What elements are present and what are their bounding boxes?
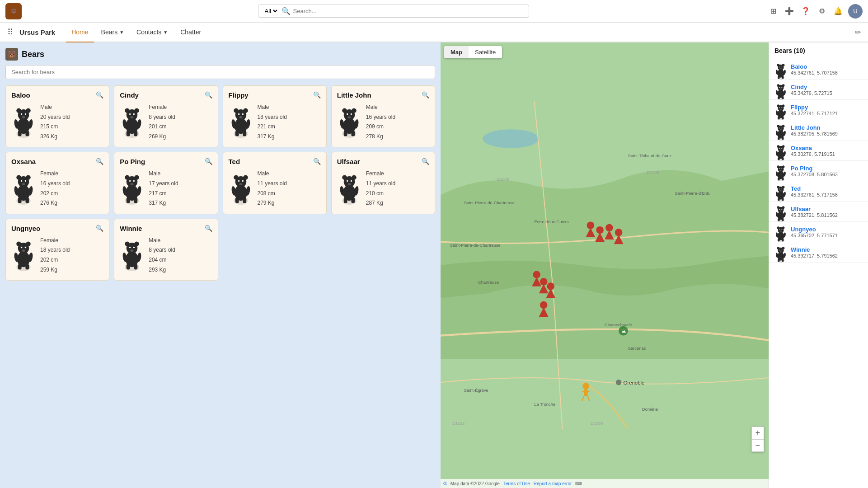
bear-height: 202 cm <box>40 255 70 265</box>
card-title: Ted <box>229 158 321 165</box>
nav-item-contacts[interactable]: Contacts ▼ <box>131 23 173 42</box>
bear-age: 16 years old <box>40 179 70 189</box>
bear-list-coords: 45.342761, 5.707158 <box>791 70 838 75</box>
card-search-icon[interactable]: 🔍 <box>96 158 103 165</box>
bear-list-info: Cindy 45.34276, 5.72715 <box>791 84 832 96</box>
bear-card-little-john[interactable]: Little John 🔍 Male 16 years old 209 cm 2… <box>331 85 435 147</box>
bear-height: 209 cm <box>366 122 395 132</box>
app-logo[interactable]: 🐻 <box>5 3 22 19</box>
bear-sex: Female <box>40 169 70 179</box>
bear-sex: Male <box>149 169 178 179</box>
card-body: Male 16 years old 209 cm 278 Kg <box>337 103 429 141</box>
bear-list-item-baloo[interactable]: Baloo 45.342761, 5.707158 <box>769 59 868 80</box>
bear-card-oxsana[interactable]: Oxsana 🔍 Female 16 years old 202 cm 276 … <box>5 152 109 214</box>
user-avatar[interactable]: U <box>848 4 863 19</box>
bear-card-winnie[interactable]: Winnie 🔍 Male 8 years old 204 cm 293 Kg <box>114 219 218 281</box>
bear-list-item-flippy[interactable]: Flippy 45.372741, 5.717121 <box>769 100 868 120</box>
bear-card-cindy[interactable]: Cindy 🔍 Female 8 years old 201 cm 269 Kg <box>114 85 218 147</box>
svg-point-64 <box>135 175 140 180</box>
svg-point-53 <box>21 180 23 182</box>
bear-silhouette <box>11 106 36 138</box>
card-search-icon[interactable]: 🔍 <box>96 91 103 99</box>
nav-item-bears[interactable]: Bears ▼ <box>96 23 129 42</box>
svg-rect-68 <box>127 197 130 203</box>
bear-card-flippy[interactable]: Flippy 🔍 Male 18 years old 221 cm 317 Kg <box>223 85 327 147</box>
bear-card-baloo[interactable]: Baloo 🔍 Male 20 years old 215 cm 326 Kg <box>5 85 109 147</box>
bear-card-po-ping[interactable]: Po Ping 🔍 Male 17 years old 217 cm 317 K… <box>114 152 218 214</box>
org-name: Ursus Park <box>19 28 55 36</box>
zoom-in-button[interactable]: + <box>751 427 764 439</box>
bear-weight: 317 Kg <box>149 198 178 208</box>
card-search-icon[interactable]: 🔍 <box>422 158 429 165</box>
svg-point-99 <box>16 241 21 246</box>
bear-list-item-cindy[interactable]: Cindy 45.34276, 5.72715 <box>769 80 868 100</box>
bear-list-item-ulfsaar[interactable]: Ulfsaar 45.382721, 5.811562 <box>769 202 868 222</box>
bear-list-name[interactable]: Po Ping <box>791 165 838 172</box>
zoom-out-button[interactable]: − <box>751 439 764 452</box>
bear-list-name[interactable]: Ulfsaar <box>791 206 838 212</box>
bear-list-item-winnie[interactable]: Winnie 45.392717, 5.791562 <box>769 242 868 263</box>
bear-card-ted[interactable]: Ted 🔍 Male 11 years old 208 cm 279 Kg <box>223 152 327 214</box>
svg-text:D1006: D1006 <box>647 170 659 175</box>
bear-age: 11 years old <box>258 179 287 189</box>
search-filter-select[interactable]: All <box>263 7 279 15</box>
svg-rect-56 <box>18 197 22 203</box>
bears-search-input[interactable] <box>5 65 435 79</box>
bear-list-name[interactable]: Winnie <box>791 246 838 253</box>
secondary-navigation: ⠿ Ursus Park Home Bears ▼ Contacts ▼ Cha… <box>0 23 868 42</box>
settings-icon[interactable]: ⚙ <box>816 5 828 18</box>
card-search-icon[interactable]: 🔍 <box>313 91 321 99</box>
map-report-link[interactable]: Report a map error <box>534 481 572 486</box>
bear-sex: Male <box>40 103 70 113</box>
svg-point-278 <box>780 251 782 253</box>
svg-rect-57 <box>25 197 29 203</box>
nav-item-home[interactable]: Home <box>66 23 94 42</box>
bear-weight: 278 Kg <box>366 132 395 142</box>
bear-card-ungnyeo[interactable]: Ungnyeo 🔍 Female 18 years old 202 cm 259… <box>5 219 109 281</box>
bear-list-name[interactable]: Cindy <box>791 84 832 90</box>
bear-list-name[interactable]: Flippy <box>791 104 838 111</box>
bear-list-item-ted[interactable]: Ted 45.332761, 5.717158 <box>769 181 868 202</box>
add-icon[interactable]: ⊞ <box>767 5 779 18</box>
svg-point-100 <box>26 241 31 246</box>
edit-icon[interactable]: ✏ <box>855 28 861 37</box>
help-icon[interactable]: ❓ <box>799 5 812 18</box>
app-grid-icon[interactable]: ⠿ <box>7 27 13 37</box>
card-search-icon[interactable]: 🔍 <box>205 158 212 165</box>
svg-point-238 <box>777 186 780 188</box>
bear-list-item-ungnyeo[interactable]: Ungnyeo 45.365702, 5.771571 <box>769 222 868 242</box>
search-input[interactable] <box>293 8 524 14</box>
svg-rect-243 <box>778 198 779 201</box>
bear-list-name[interactable]: Oxsana <box>791 145 835 151</box>
card-search-icon[interactable]: 🔍 <box>96 225 103 232</box>
nav-item-chatter[interactable]: Chatter <box>175 23 206 42</box>
panel-header: 🐻 Bears <box>5 48 435 61</box>
bear-list-item-little-john[interactable]: Little John 45.382705, 5.781569 <box>769 120 868 141</box>
svg-point-203 <box>782 125 785 127</box>
bear-list-item-oxsana[interactable]: Oxsana 45.30276, 5.719151 <box>769 141 868 161</box>
card-search-icon[interactable]: 🔍 <box>313 158 321 165</box>
bear-list-name[interactable]: Ungnyeo <box>791 226 838 233</box>
bear-list-name[interactable]: Little John <box>791 124 838 131</box>
svg-point-91 <box>347 183 351 185</box>
bear-list-name[interactable]: Baloo <box>791 63 838 70</box>
map-tab-map[interactable]: Map <box>444 46 469 58</box>
card-title: Winnie <box>120 225 212 232</box>
notifications-icon[interactable]: 🔔 <box>832 5 845 18</box>
panel-title: Bears <box>22 50 44 59</box>
keyboard-icon: ⌨ <box>575 481 582 486</box>
svg-point-230 <box>780 170 782 171</box>
map-terms-link[interactable]: Terms of Use <box>503 481 530 486</box>
svg-point-66 <box>133 180 135 182</box>
card-search-icon[interactable]: 🔍 <box>205 225 212 232</box>
svg-rect-183 <box>778 96 779 99</box>
svg-point-192 <box>779 107 780 108</box>
card-search-icon[interactable]: 🔍 <box>205 91 212 99</box>
map-tab-satellite[interactable]: Satellite <box>469 46 502 58</box>
bear-list-name[interactable]: Ted <box>791 185 838 192</box>
card-search-icon[interactable]: 🔍 <box>422 91 429 99</box>
bear-list-coords: 45.365702, 5.771571 <box>791 233 838 238</box>
bear-card-ulfsaar[interactable]: Ulfsaar 🔍 Female 11 years old 210 cm 287… <box>331 152 435 214</box>
add-new-icon[interactable]: ➕ <box>783 5 796 18</box>
bear-list-item-po-ping[interactable]: Po Ping 45.372708, 5.801563 <box>769 161 868 181</box>
